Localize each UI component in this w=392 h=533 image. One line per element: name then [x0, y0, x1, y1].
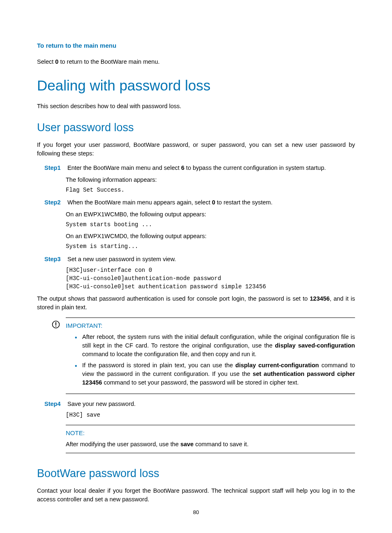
note-callout: NOTE: After modifying the user password,… — [66, 425, 355, 453]
text-bold: 6 — [181, 165, 184, 171]
user-intro: If you forget your user password, BootWa… — [37, 141, 355, 158]
step4-text: Save your new password. — [67, 400, 353, 408]
step2-sub1: On an EWPX1WCMB0, the following output a… — [66, 210, 355, 219]
step2-code1: System starts booting ... — [66, 220, 355, 229]
heading-return-main-menu: To return to the main menu — [37, 41, 355, 50]
step1-sub1: The following information appears: — [66, 176, 355, 184]
text-bold: 123456 — [310, 295, 330, 302]
text: When the BootWare main menu appears agai… — [67, 199, 212, 206]
step2-label: Step2 — [44, 198, 66, 207]
heading-bootware-password-loss: BootWare password loss — [37, 466, 355, 482]
step1-code1: Flag Set Success. — [66, 186, 355, 194]
step4-row: Step4 Save your new password. — [37, 400, 355, 408]
document-page: To return to the main menu Select 0 to r… — [0, 0, 392, 533]
text: After modifying the user password, use t… — [66, 441, 180, 447]
h1-subtext: This section describes how to deal with … — [37, 102, 355, 111]
svg-rect-1 — [55, 322, 56, 325]
page-number: 80 — [37, 509, 355, 517]
step4-code: [H3C] save — [66, 411, 355, 419]
step3-text: Set a new user password in system view. — [67, 255, 353, 264]
step2-row: Step2 When the BootWare main menu appear… — [37, 198, 355, 207]
step3-label: Step3 — [44, 255, 66, 264]
text: to bypass the current configuration in s… — [184, 165, 326, 171]
text-bold: display current-configuration — [235, 362, 319, 368]
note-body: After modifying the user password, use t… — [66, 440, 355, 449]
heading-dealing-password-loss: Dealing with password loss — [37, 75, 355, 96]
text: If the password is stored in plain text,… — [82, 362, 235, 368]
step3-row: Step3 Set a new user password in system … — [37, 255, 355, 264]
important-bullet-1: After reboot, the system runs with the i… — [75, 333, 355, 359]
text-bold: 0 — [212, 199, 215, 206]
step2-text: When the BootWare main menu appears agai… — [67, 198, 353, 207]
text: command to locate the configuration file… — [82, 351, 256, 357]
text: command to set your password, the passwo… — [102, 379, 299, 386]
step4-label: Step4 — [44, 400, 66, 408]
text: to restart the system. — [215, 199, 272, 206]
text: Select — [37, 58, 55, 65]
step2-sub2: On an EWPX1WCMD0, the following output a… — [66, 232, 355, 241]
important-header-wrap: IMPORTANT: — [66, 321, 355, 330]
bootware-body: Contact your local dealer if you forget … — [37, 487, 355, 504]
step1-label: Step1 — [44, 164, 66, 172]
important-bullet-2: If the password is stored in plain text,… — [75, 361, 355, 387]
text: to return to the BootWare main menu. — [58, 58, 159, 65]
return-body: Select 0 to return to the BootWare main … — [37, 58, 355, 66]
important-icon — [52, 320, 60, 331]
step1-text: Enter the BootWare main menu and select … — [67, 164, 353, 172]
important-callout: IMPORTANT: After reboot, the system runs… — [66, 317, 355, 394]
svg-rect-2 — [55, 326, 56, 327]
step2-code2: System is starting... — [66, 242, 355, 250]
text: command to save it. — [194, 441, 249, 447]
note-label: NOTE: — [66, 429, 355, 438]
text-bold: display saved-configuration — [275, 342, 355, 349]
heading-user-password-loss: User password loss — [37, 120, 355, 136]
text-bold: save — [180, 441, 194, 447]
step1-row: Step1 Enter the BootWare main menu and s… — [37, 164, 355, 172]
important-label: IMPORTANT: — [66, 322, 102, 329]
text: Enter the BootWare main menu and select — [67, 165, 181, 171]
step3-output: The output shows that password authentic… — [37, 294, 355, 312]
step3-code: [H3C]user-interface con 0 [H3C-ui-consol… — [66, 266, 355, 291]
important-list: After reboot, the system runs with the i… — [75, 333, 355, 387]
text: The output shows that password authentic… — [37, 295, 310, 302]
